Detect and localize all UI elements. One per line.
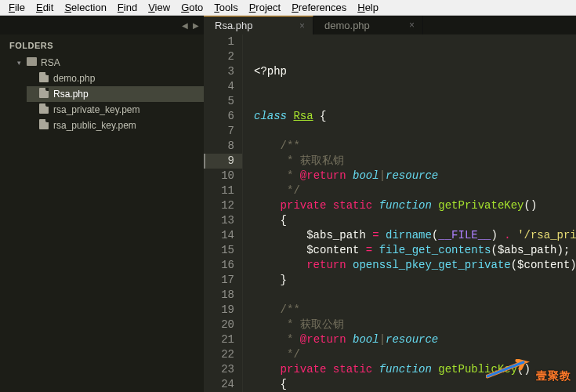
line-number: 11 xyxy=(204,183,234,198)
line-number: 15 xyxy=(204,243,234,258)
sidebar-title: FOLDERS xyxy=(0,34,204,55)
menu-item[interactable]: Edit xyxy=(31,2,59,13)
code-line xyxy=(254,124,576,139)
line-number: 18 xyxy=(204,288,234,303)
code-line: $abs_path = dirname(__FILE__) . '/rsa_pr… xyxy=(254,228,576,243)
tab-bar: Rsa.php×demo.php× xyxy=(204,16,423,34)
code-line: /** xyxy=(254,139,576,154)
menu-bar: FileEditSelectionFindViewGotoToolsProjec… xyxy=(0,0,576,16)
line-number: 5 xyxy=(204,94,234,109)
code-line xyxy=(254,288,576,303)
code-line: class Rsa { xyxy=(254,109,576,124)
editor-tab[interactable]: Rsa.php× xyxy=(204,16,313,34)
tree-file[interactable]: Rsa.php xyxy=(27,86,204,102)
line-number: 16 xyxy=(204,258,234,273)
code-line: { xyxy=(254,377,576,392)
line-number: 23 xyxy=(204,362,234,377)
main-area: FOLDERS ▾ RSA demo.phpRsa.phprsa_private… xyxy=(0,34,576,392)
line-number: 9 xyxy=(204,154,242,169)
line-number: 21 xyxy=(204,332,234,347)
code-line: { xyxy=(254,213,576,228)
tab-label: demo.php xyxy=(324,20,370,31)
line-number: 13 xyxy=(204,213,234,228)
tree-file[interactable]: demo.php xyxy=(27,71,204,86)
line-number: 24 xyxy=(204,377,234,392)
menu-item[interactable]: Selection xyxy=(59,2,111,13)
code-line: } xyxy=(254,273,576,288)
menu-item[interactable]: Tools xyxy=(208,2,243,13)
line-number: 3 xyxy=(204,64,234,79)
line-number: 14 xyxy=(204,228,234,243)
line-number: 4 xyxy=(204,79,234,94)
code-line: /** xyxy=(254,303,576,318)
line-number: 17 xyxy=(204,273,234,288)
menu-item[interactable]: Help xyxy=(352,2,384,13)
line-number: 8 xyxy=(204,139,234,154)
tree-file[interactable]: rsa_public_key.pem xyxy=(27,118,204,133)
file-tree: ▾ RSA demo.phpRsa.phprsa_private_key.pem… xyxy=(0,55,204,133)
file-label: rsa_public_key.pem xyxy=(53,120,136,131)
code-line: * @return bool|resource xyxy=(254,332,576,347)
file-icon xyxy=(38,88,50,100)
editor-tab[interactable]: demo.php× xyxy=(313,16,423,34)
code-line: * @return bool|resource xyxy=(254,169,576,183)
menu-item[interactable]: Project xyxy=(244,2,286,13)
line-number: 20 xyxy=(204,318,234,332)
file-label: rsa_private_key.pem xyxy=(53,104,140,115)
folder-label: RSA xyxy=(41,57,60,68)
file-icon xyxy=(38,119,50,132)
close-icon[interactable]: × xyxy=(293,20,305,31)
file-icon xyxy=(38,103,50,116)
line-number: 19 xyxy=(204,303,234,318)
code-line: * 获取私钥 xyxy=(254,154,576,169)
close-icon[interactable]: × xyxy=(403,20,415,31)
file-label: Rsa.php xyxy=(53,89,89,100)
code-line: $content = file_get_contents($abs_path); xyxy=(254,243,576,258)
code-line: return openssl_pkey_get_private($content… xyxy=(254,258,576,273)
line-number: 7 xyxy=(204,124,234,139)
line-number: 6 xyxy=(204,109,234,124)
code-line: */ xyxy=(254,183,576,198)
menu-item[interactable]: Preferences xyxy=(286,2,352,13)
line-number: 2 xyxy=(204,49,234,64)
line-number: 12 xyxy=(204,198,234,213)
sidebar-next-icon[interactable]: ▶ xyxy=(193,21,199,30)
sidebar: FOLDERS ▾ RSA demo.phpRsa.phprsa_private… xyxy=(0,34,204,392)
menu-item[interactable]: Find xyxy=(112,2,143,13)
line-number: 10 xyxy=(204,169,234,183)
line-number: 1 xyxy=(204,34,234,49)
top-bar: ◀ ▶ Rsa.php×demo.php× xyxy=(0,16,576,34)
menu-item[interactable]: File xyxy=(3,2,31,13)
line-number: 22 xyxy=(204,347,234,362)
sidebar-nav: ◀ ▶ xyxy=(0,16,204,34)
code-editor[interactable]: 123456789101112131415161718192021222324 … xyxy=(204,34,576,392)
code-line: private static function getPublicKey() xyxy=(254,362,576,377)
code-line xyxy=(254,94,576,109)
menu-item[interactable]: View xyxy=(143,2,176,13)
code-area[interactable]: <?phpclass Rsa { /** * 获取私钥 * @return bo… xyxy=(243,34,576,392)
file-label: demo.php xyxy=(53,73,95,84)
line-gutter: 123456789101112131415161718192021222324 xyxy=(204,34,243,392)
tab-label: Rsa.php xyxy=(215,20,252,31)
sidebar-prev-icon[interactable]: ◀ xyxy=(182,21,188,30)
code-line: private static function getPrivateKey() xyxy=(254,198,576,213)
code-line: * 获取公钥 xyxy=(254,318,576,332)
code-line xyxy=(254,79,576,94)
tree-file[interactable]: rsa_private_key.pem xyxy=(27,102,204,118)
tree-folder-root[interactable]: ▾ RSA xyxy=(6,55,204,71)
code-line: <?php xyxy=(254,64,576,79)
file-icon xyxy=(38,72,50,85)
chevron-down-icon: ▾ xyxy=(17,59,25,67)
menu-item[interactable]: Goto xyxy=(176,2,208,13)
folder-icon xyxy=(25,57,38,68)
code-line: */ xyxy=(254,347,576,362)
